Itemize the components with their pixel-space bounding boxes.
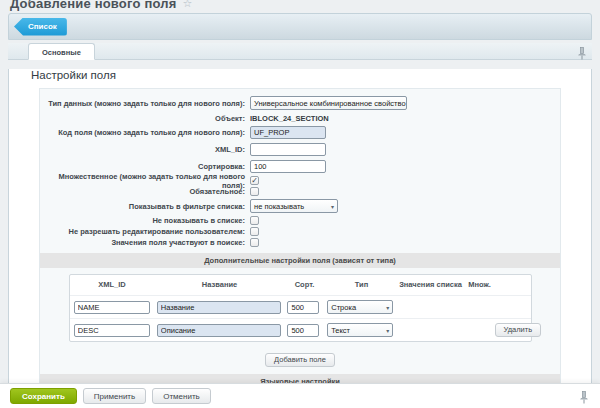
row-show-in-filter: Показывать в фильтре списка: не показыва… <box>40 198 560 214</box>
row-object: Объект: IBLOCK_24_SECTION <box>40 111 560 125</box>
hide-in-list-checkbox[interactable] <box>250 216 259 225</box>
page-title-text: Добавление нового поля <box>10 0 177 11</box>
sort-input[interactable] <box>250 160 326 173</box>
data-type-value: Универсальное комбинированное свойство <box>254 99 406 108</box>
row1-type-value: Строка <box>331 303 356 312</box>
pin-icon[interactable] <box>578 46 586 64</box>
row2-sort-input[interactable] <box>287 324 319 337</box>
back-to-list-button[interactable]: Список <box>14 18 67 36</box>
col-xml-id: XML_ID <box>70 280 155 289</box>
required-label: Обязательное: <box>40 187 250 196</box>
table-row: Строка▾ <box>70 295 531 318</box>
save-button[interactable]: Сохранить <box>10 388 77 404</box>
chevron-down-icon: ▾ <box>331 203 334 210</box>
row2-name-input[interactable] <box>157 324 281 337</box>
searchable-label: Значения поля участвуют в поиске: <box>40 238 250 247</box>
chevron-down-icon: ▾ <box>386 304 389 311</box>
row-xml-id: XML_ID: <box>40 142 560 156</box>
no-user-edit-checkbox[interactable] <box>250 227 259 236</box>
searchable-checkbox[interactable] <box>250 238 259 247</box>
row-field-code: Код поля (можно задать только для нового… <box>40 125 560 139</box>
form-content-panel: Настройки поля Тип данных (можно задать … <box>8 69 592 408</box>
show-in-filter-select[interactable]: не показывать▾ <box>250 199 338 213</box>
context-toolbar: Список <box>8 13 592 40</box>
row1-xml-id-input[interactable] <box>74 301 150 314</box>
row2-type-select[interactable]: Текст▾ <box>327 323 393 337</box>
row1-type-select[interactable]: Строка▾ <box>327 300 393 314</box>
data-type-label: Тип данных (можно задать только для ново… <box>40 99 250 108</box>
show-in-filter-value: не показывать <box>254 202 304 211</box>
favorite-star-icon[interactable]: ☆ <box>183 0 193 10</box>
multiple-checkbox[interactable]: ✓ <box>250 176 259 185</box>
main-wrapper: Список Основные Настройки поля Тип данны… <box>8 13 592 408</box>
page-title: Добавление нового поля☆ <box>10 0 193 11</box>
apply-button[interactable]: Применить <box>83 388 146 404</box>
row-multiple: Множественное (можно задать только для н… <box>40 176 560 185</box>
row-hide-in-list: Не показывать в списке: <box>40 216 560 225</box>
add-field-button[interactable]: Добавить поле <box>265 353 335 367</box>
show-in-filter-label: Показывать в фильтре списка: <box>40 202 250 211</box>
table-header-row: XML_ID Название Сорт. Тип Значения списк… <box>70 275 531 295</box>
footer-button-bar: Сохранить Применить Отменить <box>0 383 600 408</box>
row-no-user-edit: Не разрешать редактирование пользователе… <box>40 227 560 236</box>
add-field-wrap: Добавить поле <box>40 348 560 367</box>
col-list-values: Значения списка <box>399 280 463 289</box>
field-code-input[interactable] <box>250 126 326 139</box>
table-row: Текст▾ Удалить <box>70 318 531 341</box>
hide-in-list-label: Не показывать в списке: <box>40 216 250 225</box>
chevron-down-icon: ▾ <box>386 327 389 334</box>
pin-icon[interactable] <box>580 390 588 408</box>
object-value: IBLOCK_24_SECTION <box>250 114 329 123</box>
row1-sort-input[interactable] <box>287 301 319 314</box>
object-label: Объект: <box>40 114 250 123</box>
xml-id-input[interactable] <box>250 143 326 156</box>
col-type: Тип <box>325 280 399 289</box>
data-type-select[interactable]: Универсальное комбинированное свойство▾ <box>250 96 407 110</box>
row-data-type: Тип данных (можно задать только для ново… <box>40 95 560 111</box>
row-required: Обязательное: <box>40 187 560 196</box>
tab-bar: Основные <box>8 43 592 60</box>
col-sort: Сорт. <box>285 280 325 289</box>
tab-main[interactable]: Основные <box>28 43 95 60</box>
sort-label: Сортировка: <box>40 162 250 171</box>
no-user-edit-label: Не разрешать редактирование пользователе… <box>40 227 250 236</box>
additional-settings-table: XML_ID Название Сорт. Тип Значения списк… <box>69 274 532 342</box>
col-multiple: Множ. <box>463 280 497 289</box>
additional-settings-header: Дополнительные настройки поля (зависят о… <box>40 253 560 268</box>
required-checkbox[interactable] <box>250 187 259 196</box>
delete-row-button[interactable]: Удалить <box>495 323 542 337</box>
row2-type-value: Текст <box>331 326 350 335</box>
row2-xml-id-input[interactable] <box>74 324 150 337</box>
cancel-button[interactable]: Отменить <box>152 388 211 404</box>
form-heading: Настройки поля <box>31 69 591 81</box>
field-code-label: Код поля (можно задать только для нового… <box>40 128 250 137</box>
col-name: Название <box>155 280 285 289</box>
row1-name-input[interactable] <box>157 301 281 314</box>
row-searchable: Значения поля участвуют в поиске: <box>40 238 560 247</box>
field-settings-panel: Тип данных (можно задать только для ново… <box>39 88 561 408</box>
xml-id-label: XML_ID: <box>40 145 250 154</box>
